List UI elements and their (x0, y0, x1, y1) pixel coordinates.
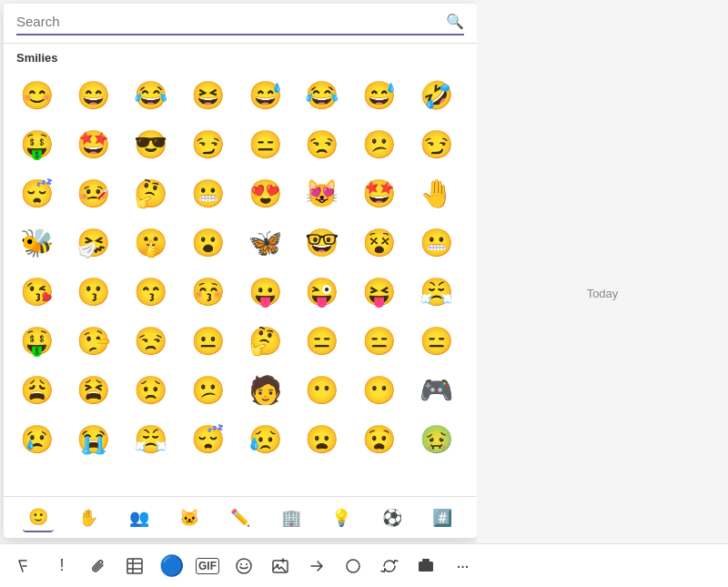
category-sports-btn[interactable]: ⚽ (377, 504, 408, 531)
category-objects-btn[interactable]: ✏️ (225, 504, 256, 531)
emoji-cell[interactable]: 😅 (356, 72, 403, 119)
category-people-btn[interactable]: 👥 (124, 504, 155, 531)
emoji-cell[interactable]: 🤩 (356, 170, 403, 218)
emoji-button[interactable]: 🔵 (155, 550, 187, 582)
emoji-cell[interactable]: 😴 (13, 170, 60, 218)
more-button[interactable]: ··· (446, 550, 479, 582)
emoji-cell[interactable]: 😄 (70, 72, 117, 119)
emoji-cell[interactable]: 😂 (127, 72, 175, 119)
emoji-cell[interactable]: 😒 (298, 121, 346, 168)
emoji-cell[interactable]: 😮 (184, 219, 231, 267)
emoji-cell[interactable]: 😏 (184, 121, 231, 168)
svg-rect-10 (419, 562, 433, 572)
emoji-cell[interactable]: 😢 (13, 416, 60, 463)
emoji-cell[interactable]: 😘 (13, 268, 60, 316)
emoji-cell[interactable]: 😝 (356, 268, 403, 316)
category-label: Smilies (4, 44, 477, 68)
emoji-cell[interactable]: 🤔 (241, 318, 288, 365)
emoji-cell[interactable]: 🤢 (412, 416, 460, 463)
search-icon: 🔍 (446, 13, 464, 30)
gif-icon: GIF (196, 558, 219, 574)
emoji-cell[interactable]: 🤩 (70, 121, 117, 168)
emoji-cell[interactable]: 😤 (412, 268, 460, 316)
emoji-cell[interactable]: 😶 (298, 367, 346, 414)
emoji-cell[interactable]: 🧑 (241, 367, 288, 414)
emoji-cell[interactable]: 😟 (127, 367, 175, 414)
emoji-cell[interactable]: 😑 (241, 121, 288, 168)
svg-point-5 (240, 563, 242, 565)
format-button[interactable] (9, 550, 42, 582)
emoji-cell[interactable]: 🐝 (13, 219, 60, 267)
category-hand-btn[interactable]: ✋ (73, 504, 104, 531)
table-button[interactable] (118, 550, 151, 582)
emoji-cell[interactable]: 🤑 (13, 121, 60, 168)
emoji-cell[interactable]: 😛 (241, 268, 288, 316)
exclaim-icon: ! (59, 556, 64, 575)
loop-button[interactable] (373, 550, 406, 582)
emoji-cell[interactable]: 😑 (298, 318, 346, 365)
emoji-cell[interactable]: 😑 (356, 318, 403, 365)
svg-point-9 (347, 560, 359, 572)
emoji-cell[interactable]: 🦋 (241, 219, 288, 267)
priority-button[interactable]: ! (46, 550, 78, 582)
emoji-cell[interactable]: 🤓 (298, 219, 346, 267)
emoji-cell[interactable]: 🤫 (127, 219, 175, 267)
emoji-cell[interactable]: 🤚 (412, 170, 460, 218)
category-buildings-btn[interactable]: 🏢 (276, 504, 307, 531)
emoji-cell[interactable]: 🤑 (13, 318, 60, 365)
gif-button[interactable]: GIF (191, 550, 224, 582)
media-button[interactable] (410, 550, 442, 582)
emoji-cell[interactable]: 😫 (70, 367, 117, 414)
emoji-picker: 🔍 Smilies 😊😄😂😆😅😂😅🤣🤑🤩😎😏😑😒😕😏😴🤒🤔😬😍😻🤩🤚🐝🤧🤫😮🦋🤓… (4, 4, 477, 538)
emoji-cell[interactable]: 😶 (356, 367, 403, 414)
svg-rect-11 (422, 559, 430, 562)
emoji-cell[interactable]: 🎮 (412, 367, 460, 414)
emoji-cell[interactable]: 😍 (241, 170, 288, 218)
emoji-cell[interactable]: 😐 (184, 318, 231, 365)
emoji-cell[interactable]: 😙 (127, 268, 175, 316)
emoji-cell[interactable]: 😵 (356, 219, 403, 267)
emoji-cell[interactable]: 😂 (298, 72, 346, 119)
category-symbols-btn[interactable]: #️⃣ (427, 504, 458, 531)
emoji-cell[interactable]: 😥 (241, 416, 288, 463)
emoji-cell[interactable]: 😏 (412, 121, 460, 168)
emoji-cell[interactable]: 😬 (412, 219, 460, 267)
emoji-cell[interactable]: 🤔 (127, 170, 175, 218)
emoji-cell[interactable]: 😕 (356, 121, 403, 168)
emoji-cell[interactable]: 😬 (184, 170, 231, 218)
emoji-cell[interactable]: 🤒 (70, 170, 117, 218)
emoji-cell[interactable]: 😧 (356, 416, 403, 463)
emoji-cell[interactable]: 😭 (70, 416, 117, 463)
emoji-cell[interactable]: 😆 (184, 72, 231, 119)
image-button[interactable] (264, 550, 297, 582)
emoji-cell[interactable]: 😚 (184, 268, 231, 316)
attach-button[interactable] (82, 550, 115, 582)
emoji-cell[interactable]: 😗 (70, 268, 117, 316)
emoji-cell[interactable]: 😑 (412, 318, 460, 365)
sticker-button[interactable] (228, 550, 260, 582)
emoji-cell[interactable]: 😕 (184, 367, 231, 414)
search-input[interactable] (16, 14, 446, 29)
emoji-cell[interactable]: 😅 (241, 72, 288, 119)
emoji-cell[interactable]: 🤧 (70, 219, 117, 267)
emoji-cell[interactable]: 😦 (298, 416, 346, 463)
more-icon: ··· (456, 555, 469, 576)
emoji-cell[interactable]: 😩 (13, 367, 60, 414)
category-animals-btn[interactable]: 🐱 (174, 504, 205, 531)
emoji-cell[interactable]: 😜 (298, 268, 346, 316)
category-smilies-btn[interactable]: 🙂 (23, 503, 54, 532)
emoji-cell[interactable]: 😎 (127, 121, 175, 168)
emoji-cell[interactable]: 😊 (13, 72, 60, 119)
emoji-cell[interactable]: 😻 (298, 170, 346, 218)
category-ideas-btn[interactable]: 💡 (326, 504, 357, 531)
emoji-cell[interactable]: 🤣 (412, 72, 460, 119)
emoji-cell[interactable]: 😴 (184, 416, 231, 463)
audio-button[interactable] (337, 550, 369, 582)
emoji-cell[interactable]: 😒 (127, 318, 175, 365)
emoji-cell[interactable]: 🤥 (70, 318, 117, 365)
chat-area: Today (477, 0, 728, 587)
emoji-grid-area[interactable]: 😊😄😂😆😅😂😅🤣🤑🤩😎😏😑😒😕😏😴🤒🤔😬😍😻🤩🤚🐝🤧🤫😮🦋🤓😵😬😘😗😙😚😛😜😝😤… (4, 68, 477, 496)
right-panel: Today (477, 0, 728, 587)
send-button[interactable] (300, 550, 333, 582)
emoji-cell[interactable]: 😤 (127, 416, 175, 463)
